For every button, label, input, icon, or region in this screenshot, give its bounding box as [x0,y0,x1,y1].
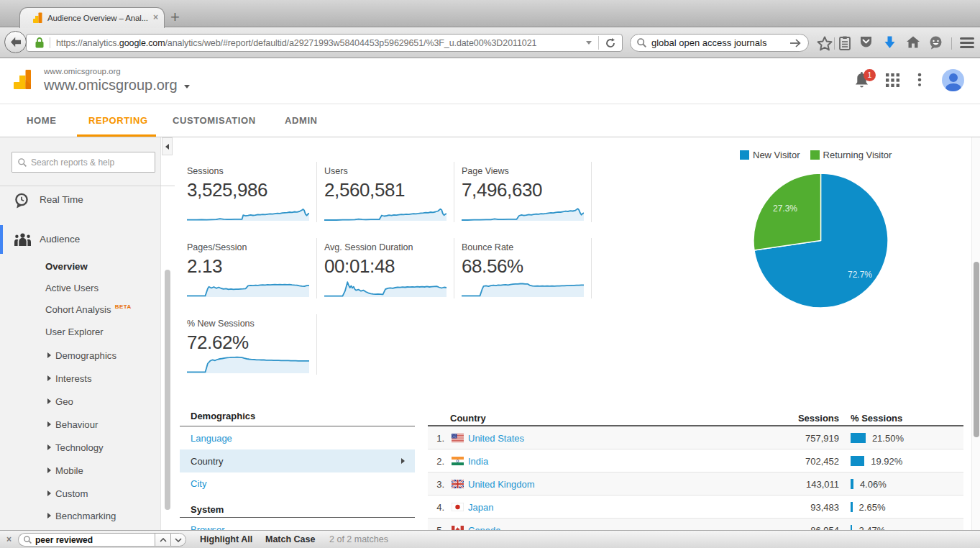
sessions-value: 143,011 [748,479,839,490]
row-rank: 4. [433,502,444,513]
download-icon[interactable] [884,36,895,49]
active-tab-underline [77,134,156,137]
account-path: www.omicsgroup.org [44,67,121,76]
country-link[interactable]: India [468,456,488,467]
row-rank: 3. [433,479,444,490]
sidebar-search-input[interactable]: Search reports & help [12,152,155,173]
system-heading: System [191,504,224,515]
expander-arrow-icon [47,467,51,473]
table-header-country[interactable]: Country [450,413,486,424]
sidebar-item-geo[interactable]: Geo [47,394,206,408]
more-options-icon[interactable] [917,73,922,87]
country-link[interactable]: United States [468,433,524,444]
user-avatar[interactable] [942,69,964,91]
expander-arrow-icon [47,490,51,496]
browser-tab[interactable]: Audience Overview – Anal... × [19,7,165,28]
match-case-button[interactable]: Match Case [265,534,315,544]
chevron-up-icon [160,538,167,542]
find-close-icon[interactable]: × [6,534,12,544]
screen: Audience Overview – Anal... × + https://… [0,0,980,548]
sidebar-section-audience[interactable]: Audience [0,232,161,248]
nav-item-reporting[interactable]: REPORTING [88,115,148,126]
sidebar-collapse-button[interactable] [162,137,173,155]
back-button[interactable] [4,31,27,53]
reading-list-icon[interactable] [839,36,851,50]
pct-sessions-value: 21.50% [872,433,904,444]
hello-chat-icon[interactable] [929,36,943,50]
new-tab-button[interactable]: + [170,11,183,24]
row-rank: 2. [433,456,444,467]
address-bar[interactable]: https://analytics.google.com/analytics/w… [26,34,623,52]
metric-label: Sessions [187,166,309,177]
metrics-row: % New Sessions72.62% [180,314,317,375]
table-header-sessions[interactable]: Sessions [748,413,839,424]
demographics-item-label[interactable]: Language [191,433,232,444]
expander-arrow-icon [47,421,51,427]
table-header-pct-sessions[interactable]: % Sessions [851,413,902,424]
metric-value: 3,525,986 [187,179,309,201]
sidebar-scrollbar-thumb[interactable] [165,270,170,510]
page-scrollbar-thumb[interactable] [974,262,979,437]
apps-grid-icon[interactable] [886,73,899,87]
home-icon[interactable] [907,36,920,48]
sidebar-divider [0,186,175,186]
sidebar-item-label: Mobile [55,465,83,476]
highlight-all-button[interactable]: Highlight All [200,534,252,544]
metric-pages-session: Pages/Session2.13 [180,238,317,298]
back-arrow-icon [9,37,22,47]
find-next-button[interactable] [170,533,186,547]
flag-us-icon [452,434,464,442]
country-link[interactable]: Japan [468,502,493,513]
nav-item-home[interactable]: HOME [27,115,56,126]
metric-label: Page Views [462,166,584,177]
sidebar-item-label: Demographics [55,350,116,361]
demographics-item-country[interactable]: Country [180,449,415,472]
find-previous-button[interactable] [155,533,170,547]
sessions-value: 702,452 [748,456,839,467]
expander-arrow-icon [47,444,51,450]
nav-item-customisation[interactable]: CUSTOMISATION [173,115,256,126]
legend-label: Returning Visitor [823,150,892,160]
sidebar-search-placeholder: Search reports & help [31,157,114,168]
legend-swatch [740,150,749,160]
search-go-icon[interactable] [789,39,801,47]
sidebar-item-label: Overview [45,261,88,272]
sessions-value: 757,919 [748,433,839,444]
metric-sparkline [324,202,447,221]
tab-close-icon[interactable]: × [153,12,158,22]
pocket-icon[interactable] [860,36,872,48]
metric-users: Users2,560,581 [317,162,454,222]
country-link[interactable]: United Kingdom [468,479,535,490]
demographics-item-language[interactable]: Language [180,426,415,449]
menu-hamburger-icon[interactable] [960,37,974,48]
chevron-down-icon [175,538,182,542]
sidebar-section-real-time[interactable]: Real Time [0,193,161,209]
sidebar-item-label: Interests [55,373,92,384]
expander-arrow-icon [47,513,51,519]
bookmark-star-icon[interactable] [817,36,833,51]
legend-entry-returning-visitor: Returning Visitor [810,150,892,160]
flag-in-icon [452,457,464,465]
pct-sessions-value: 4.06% [860,479,887,490]
demographics-item-city[interactable]: City [180,472,415,495]
search-bar[interactable]: global open access journals [630,34,809,52]
property-caret-icon [184,85,190,88]
notification-badge: 1 [864,69,876,81]
metric--new-sessions: % New Sessions72.62% [180,314,317,375]
sessions-value: 93,483 [748,502,839,513]
metric-sparkline [462,202,584,221]
sidebar-item-label: User Explorer [45,326,104,337]
demographics-item-label[interactable]: City [191,478,206,489]
nav-item-admin[interactable]: ADMIN [285,115,318,126]
sidebar-item-label: Technology [55,442,104,453]
property-selector[interactable]: www.omicsgroup.org [44,77,190,93]
find-input[interactable]: peer reviewed [18,533,155,547]
beta-badge: BETA [115,303,132,310]
expander-arrow-icon [47,352,51,358]
lock-icon [35,37,44,48]
urlbar-dropdown-icon[interactable] [586,41,592,45]
metric-bounce-rate: Bounce Rate68.56% [454,238,592,298]
reload-button[interactable] [599,35,622,51]
submenu-arrow-icon [401,458,405,464]
property-name: www.omicsgroup.org [44,77,178,93]
